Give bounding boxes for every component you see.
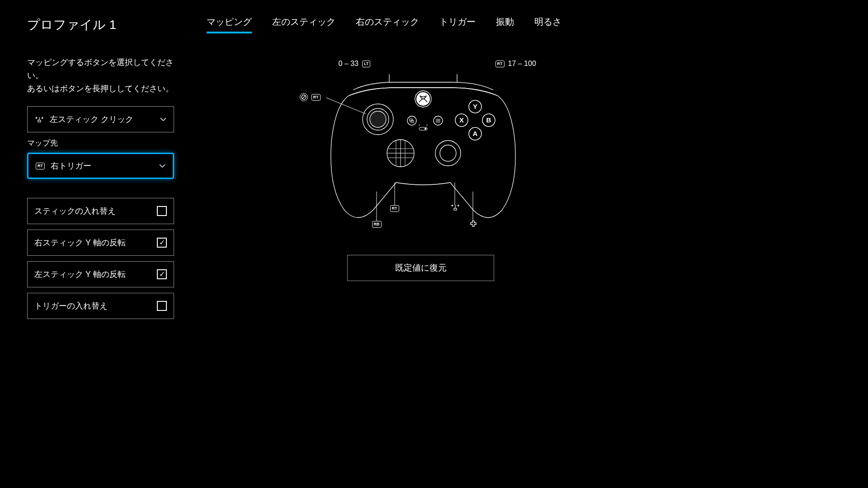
svg-line-13: [326, 97, 366, 114]
rt-icon: RT: [35, 163, 45, 169]
svg-text:X: X: [459, 116, 463, 124]
paddle-top-left-icon: RT: [390, 205, 399, 212]
svg-point-22: [425, 128, 426, 130]
map-to-heading: マップ先: [27, 138, 174, 148]
page-title: プロファイル 1: [27, 16, 116, 33]
lt-range-callout: 0 – 33 LT: [339, 60, 371, 68]
svg-point-41: [440, 145, 456, 161]
mapping-panel: マッピングするボタンを選択してください。 あるいはボタンを長押ししてください。 …: [27, 56, 174, 324]
target-button-label: 右トリガー: [51, 160, 159, 171]
source-button-label: 左スティック クリック: [50, 114, 160, 125]
rt-badge-icon: RT: [495, 61, 505, 67]
instructions-text: マッピングするボタンを選択してください。 あるいはボタンを長押ししてください。: [27, 56, 174, 95]
checkbox-invert-left-y[interactable]: 左スティック Y 軸の反転: [27, 261, 174, 287]
tab-mapping[interactable]: マッピング: [207, 16, 252, 33]
rt-range-callout: RT 17 – 100: [495, 60, 536, 68]
chevron-down-icon: [159, 162, 166, 170]
svg-rect-0: [38, 120, 41, 122]
checkbox-icon: [157, 301, 167, 311]
left-stick-callout: RT: [300, 93, 321, 101]
svg-text:Y: Y: [472, 103, 477, 110]
lt-range-text: 0 – 33: [339, 60, 359, 68]
checkbox-label: 左スティック Y 軸の反転: [34, 269, 126, 280]
checkbox-invert-right-y[interactable]: 右スティック Y 軸の反転: [27, 230, 174, 256]
svg-text:2: 2: [426, 124, 428, 127]
rt-range-text: 17 – 100: [508, 60, 536, 68]
checkbox-icon: [157, 269, 167, 279]
source-button-select[interactable]: 左スティック クリック: [27, 106, 174, 132]
target-button-select[interactable]: RT 右トリガー: [27, 153, 174, 179]
svg-rect-46: [454, 208, 457, 210]
svg-point-40: [435, 141, 461, 166]
checkbox-swap-sticks[interactable]: スティックの入れ替え: [27, 198, 174, 224]
tab-brightness[interactable]: 明るさ: [534, 16, 561, 33]
tab-vibration[interactable]: 振動: [496, 16, 514, 33]
paddle-bottom-left-icon: RB: [372, 221, 382, 228]
checkbox-label: トリガーの入れ替え: [34, 300, 108, 311]
reset-defaults-button[interactable]: 既定値に復元: [347, 255, 494, 281]
checkbox-label: スティックの入れ替え: [34, 206, 116, 216]
circle-slash-icon: [300, 93, 308, 101]
tab-triggers[interactable]: トリガー: [439, 16, 476, 33]
svg-point-14: [407, 116, 416, 125]
chevron-down-icon: [160, 115, 167, 123]
svg-text:B: B: [486, 116, 491, 124]
lt-badge-icon: LT: [362, 61, 370, 67]
svg-text:1: 1: [419, 124, 420, 127]
tab-right-stick[interactable]: 右のスティック: [356, 16, 419, 33]
tab-bar: マッピング 左のスティック 右のスティック トリガー 振動 明るさ: [207, 16, 561, 33]
checkbox-icon: [157, 206, 167, 216]
svg-point-12: [370, 111, 386, 127]
controller-outline-icon: 1 2 Y X B A: [326, 74, 520, 228]
paddle-bottom-right-icon: [470, 220, 477, 227]
checkbox-icon: [157, 238, 167, 248]
svg-line-5: [302, 96, 305, 99]
svg-text:A: A: [472, 130, 477, 137]
left-stick-click-icon: [34, 116, 44, 123]
tab-left-stick[interactable]: 左のスティック: [272, 16, 335, 33]
rt-badge-icon: RT: [311, 94, 321, 101]
checkbox-swap-triggers[interactable]: トリガーの入れ替え: [27, 293, 174, 319]
controller-diagram-panel: 0 – 33 LT RT 17 – 100 RT: [210, 56, 631, 324]
paddle-top-right-icon: [451, 203, 460, 211]
checkbox-label: 右スティック Y 軸の反転: [34, 237, 126, 248]
